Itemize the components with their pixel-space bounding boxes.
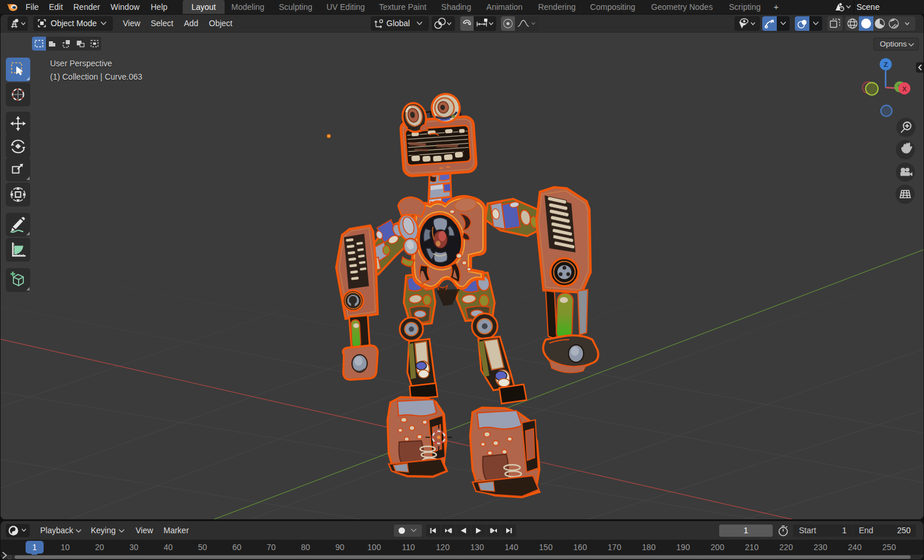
svg-text:Z: Z	[884, 61, 888, 68]
svg-text:X: X	[902, 85, 907, 92]
